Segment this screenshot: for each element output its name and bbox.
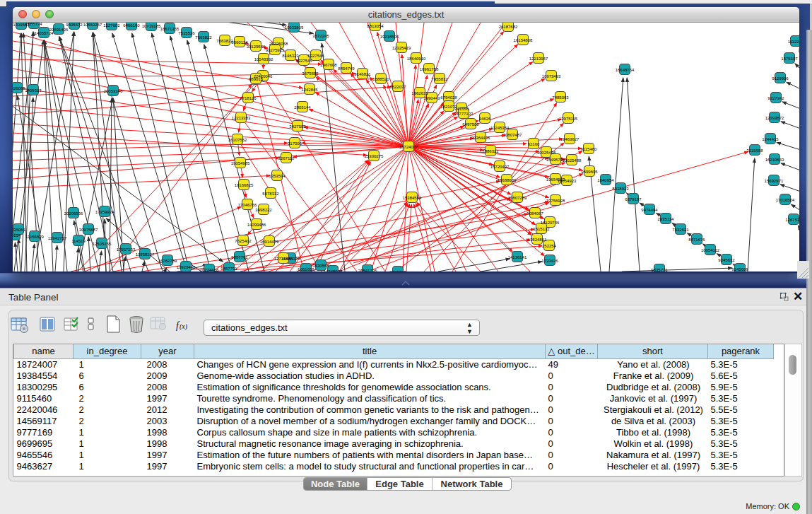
svg-text:16120746: 16120746 bbox=[541, 221, 560, 225]
svg-text:7632621: 7632621 bbox=[672, 228, 689, 232]
svg-text:3267110: 3267110 bbox=[278, 156, 295, 160]
svg-text:9245612: 9245612 bbox=[718, 258, 735, 262]
svg-text:1615132: 1615132 bbox=[533, 227, 550, 231]
svg-text:10688609: 10688609 bbox=[498, 178, 517, 182]
svg-text:3498222: 3498222 bbox=[255, 208, 272, 212]
svg-text:10973493: 10973493 bbox=[542, 74, 561, 78]
svg-text:25300275: 25300275 bbox=[365, 154, 384, 158]
svg-text:20053346: 20053346 bbox=[104, 89, 123, 93]
svg-text:9405572: 9405572 bbox=[66, 23, 83, 27]
svg-text:19218506: 19218506 bbox=[380, 35, 399, 39]
svg-text:20364436: 20364436 bbox=[471, 136, 490, 140]
svg-text:10033809: 10033809 bbox=[285, 25, 304, 30]
svg-text:335061: 335061 bbox=[13, 228, 26, 232]
svg-text:1267534: 1267534 bbox=[785, 218, 799, 222]
svg-text:1733426: 1733426 bbox=[541, 259, 558, 263]
svg-text:2935114: 2935114 bbox=[658, 217, 675, 221]
svg-text:13777103: 13777103 bbox=[454, 112, 473, 116]
svg-text:1244415: 1244415 bbox=[762, 137, 779, 141]
svg-text:17957253: 17957253 bbox=[117, 247, 136, 252]
svg-text:17046766: 17046766 bbox=[238, 203, 257, 207]
svg-text:10807487: 10807487 bbox=[503, 133, 522, 137]
svg-text:7955812: 7955812 bbox=[431, 77, 448, 81]
svg-text:14099486: 14099486 bbox=[247, 223, 266, 227]
svg-text:9327545: 9327545 bbox=[295, 59, 312, 63]
svg-text:19756928: 19756928 bbox=[546, 199, 565, 203]
svg-text:8813054: 8813054 bbox=[367, 24, 384, 28]
svg-text:7485063: 7485063 bbox=[552, 95, 569, 100]
svg-text:9245699: 9245699 bbox=[731, 267, 748, 271]
svg-text:13524851: 13524851 bbox=[528, 238, 547, 242]
svg-text:15384554: 15384554 bbox=[403, 196, 422, 200]
svg-text:17359924: 17359924 bbox=[95, 210, 114, 214]
svg-text:1242845: 1242845 bbox=[301, 88, 318, 92]
svg-text:1527602: 1527602 bbox=[103, 23, 120, 28]
svg-text:17016504: 17016504 bbox=[776, 198, 795, 202]
svg-text:10025438: 10025438 bbox=[537, 151, 556, 155]
svg-text:39154: 39154 bbox=[13, 233, 21, 238]
svg-text:7886322: 7886322 bbox=[482, 149, 499, 153]
svg-text:9129906: 9129906 bbox=[772, 76, 789, 81]
svg-text:16107552: 16107552 bbox=[228, 138, 247, 142]
svg-text:7515526: 7515526 bbox=[178, 31, 195, 35]
svg-text:1588520: 1588520 bbox=[372, 77, 389, 81]
svg-text:19654923: 19654923 bbox=[558, 179, 577, 183]
svg-text:26187682: 26187682 bbox=[499, 25, 518, 29]
svg-text:15720407: 15720407 bbox=[490, 165, 510, 169]
svg-text:16154808: 16154808 bbox=[514, 38, 533, 42]
svg-text:10654112: 10654112 bbox=[701, 248, 720, 252]
svg-text:13975115: 13975115 bbox=[559, 117, 578, 121]
svg-text:19463627: 19463627 bbox=[560, 137, 579, 141]
svg-text:7625402: 7625402 bbox=[235, 239, 252, 243]
svg-text:10245354: 10245354 bbox=[490, 126, 510, 130]
svg-text:1962635: 1962635 bbox=[411, 91, 428, 95]
svg-text:9327546: 9327546 bbox=[307, 54, 324, 58]
svg-text:12213967: 12213967 bbox=[529, 57, 548, 61]
svg-text:19166825: 19166825 bbox=[235, 183, 254, 187]
svg-text:3215958: 3215958 bbox=[746, 148, 763, 153]
svg-text:16914479: 16914479 bbox=[260, 240, 279, 244]
svg-text:1640954: 1640954 bbox=[597, 178, 614, 182]
svg-text:3572245: 3572245 bbox=[312, 34, 329, 38]
svg-text:16648764: 16648764 bbox=[616, 68, 635, 72]
svg-text:7663822: 7663822 bbox=[195, 35, 212, 40]
svg-text:9699695: 9699695 bbox=[581, 170, 598, 174]
svg-text:2055724: 2055724 bbox=[25, 23, 42, 26]
svg-text:93275925: 93275925 bbox=[266, 48, 285, 52]
svg-text:12213383: 12213383 bbox=[232, 116, 251, 120]
svg-text:16210643: 16210643 bbox=[765, 158, 784, 162]
svg-text:10653267: 10653267 bbox=[83, 23, 102, 27]
svg-text:62160: 62160 bbox=[528, 142, 540, 146]
svg-text:8471676: 8471676 bbox=[688, 238, 705, 242]
svg-text:20206536: 20206536 bbox=[64, 211, 83, 216]
svg-text:14626: 14626 bbox=[479, 117, 491, 121]
svg-text:10025488: 10025488 bbox=[563, 158, 582, 163]
svg-text:10543392: 10543392 bbox=[254, 57, 273, 62]
svg-text:2718126: 2718126 bbox=[240, 96, 257, 100]
svg-text:12505155: 12505155 bbox=[93, 242, 112, 246]
svg-text:8454749: 8454749 bbox=[338, 66, 355, 71]
svg-text:5678312: 5678312 bbox=[262, 192, 279, 196]
svg-text:12093872: 12093872 bbox=[765, 116, 784, 120]
svg-text:16671355: 16671355 bbox=[160, 27, 180, 31]
svg-text:20691406: 20691406 bbox=[49, 28, 69, 32]
svg-text:13807289: 13807289 bbox=[508, 196, 527, 200]
svg-text:252254: 252254 bbox=[542, 244, 557, 248]
svg-text:7663822: 7663822 bbox=[216, 39, 233, 43]
svg-text:1112223: 1112223 bbox=[788, 40, 799, 44]
svg-text:18640910: 18640910 bbox=[407, 57, 426, 61]
svg-text:9084067: 9084067 bbox=[526, 211, 543, 216]
svg-text:1575107: 1575107 bbox=[781, 57, 798, 61]
svg-text:(x): (x) bbox=[180, 322, 188, 331]
svg-text:18724007: 18724007 bbox=[399, 145, 418, 149]
svg-text:9474444: 9474444 bbox=[641, 208, 658, 212]
svg-text:2803144: 2803144 bbox=[294, 105, 311, 110]
svg-text:2626065: 2626065 bbox=[13, 86, 25, 90]
svg-text:13716485: 13716485 bbox=[274, 257, 293, 261]
svg-text:341556: 341556 bbox=[454, 107, 469, 111]
svg-text:11156829: 11156829 bbox=[25, 235, 44, 239]
svg-text:6466160: 6466160 bbox=[123, 23, 140, 28]
svg-text:8938923: 8938923 bbox=[612, 187, 629, 191]
svg-text:15692971: 15692971 bbox=[765, 179, 784, 183]
svg-text:16782759: 16782759 bbox=[158, 259, 177, 263]
